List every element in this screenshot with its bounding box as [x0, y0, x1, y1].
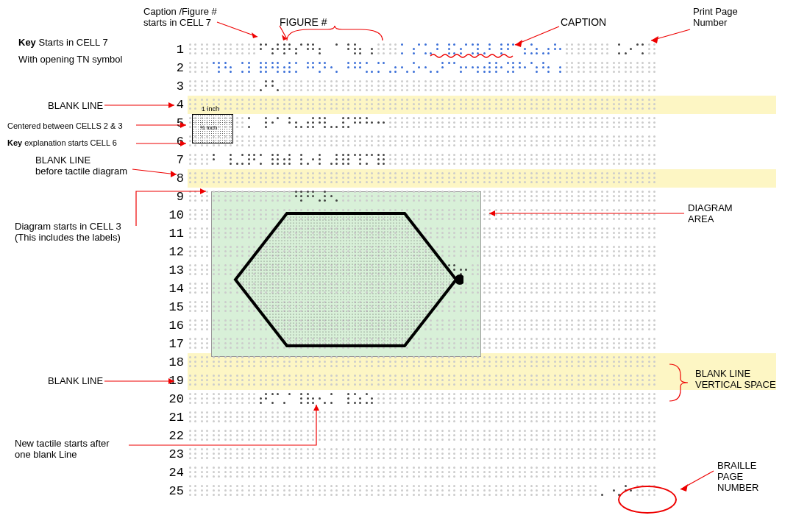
row-number: 1: [162, 43, 184, 57]
svg-marker-10: [171, 171, 177, 177]
svg-marker-1: [235, 213, 456, 346]
arrow-figure-num: [269, 26, 291, 44]
arrow-braille-page: [677, 471, 717, 493]
red-squiggle: [430, 53, 519, 59]
grid-row-3: 3: [188, 77, 666, 96]
grid-row-8: 8: [188, 169, 666, 188]
svg-marker-14: [489, 210, 495, 216]
grid-row-2: 2: [188, 59, 666, 77]
row-number: 12: [162, 245, 184, 259]
svg-marker-13: [313, 405, 319, 411]
svg-point-2: [455, 274, 463, 285]
arrow-diagram-starts: [136, 188, 213, 232]
row-number: 18: [162, 355, 184, 369]
diagram-starts-label: Diagram starts in CELL 3 (This includes …: [15, 221, 121, 243]
arrow-diagram-area: [482, 210, 688, 221]
arrow-blank-1: [104, 102, 182, 109]
one-inch-box: 1 inch ½ inch: [192, 114, 233, 143]
brace-figure: [287, 26, 383, 44]
arrow-key-expl: [136, 140, 193, 147]
blank-line-2-label: BLANK LINE: [48, 375, 103, 386]
grid-row-24: 24: [188, 464, 666, 482]
caption-figure-label: Caption /Figure # starts in CELL 7: [143, 6, 217, 28]
braille-page-label: BRAILLE PAGE NUMBER: [717, 460, 758, 493]
row-number: 24: [162, 466, 184, 480]
arrow-blank-before: [132, 166, 184, 180]
svg-marker-15: [680, 484, 688, 492]
grid-row-4: 4: [188, 96, 666, 114]
svg-marker-11: [200, 188, 206, 194]
key-starts-label: Key Starts in CELL 7: [18, 37, 108, 48]
arrow-centered: [136, 119, 193, 130]
print-page-label: Print Page Number: [693, 6, 738, 28]
row-number: 3: [162, 79, 184, 93]
svg-marker-5: [515, 40, 522, 47]
caption-label: CAPTION: [561, 16, 606, 28]
svg-marker-12: [168, 378, 174, 384]
row-number: 13: [162, 263, 184, 277]
row-number: 14: [162, 282, 184, 296]
grid-row-19: 19: [188, 372, 666, 390]
diagram-area-label: DIAGRAM AREA: [688, 202, 733, 224]
arrow-caption-figure: [217, 22, 269, 44]
with-tn-label: With opening TN symbol: [18, 54, 122, 65]
centered-label: Centered between CELLS 2 & 3: [7, 121, 123, 130]
row-number: 16: [162, 319, 184, 333]
arrow-print-page: [647, 29, 692, 44]
grid-row-25: 25: [188, 482, 666, 500]
row-number: 17: [162, 337, 184, 351]
svg-marker-9: [180, 141, 186, 146]
arrow-blank-2: [104, 377, 182, 385]
blank-before-label: BLANK LINE before tactile diagram: [35, 155, 127, 177]
svg-marker-8: [180, 122, 186, 128]
one-inch-dim: 1 inch: [202, 106, 219, 113]
grid-row-7: 7: [188, 151, 666, 169]
row-number: 25: [162, 484, 184, 498]
row-number: 2: [162, 61, 184, 75]
brace-blank-vert: [669, 364, 692, 401]
blank-vert-label: BLANK LINE VERTICAL SPACE: [695, 368, 776, 390]
svg-marker-3: [252, 32, 257, 38]
row-number: 15: [162, 300, 184, 314]
half-inch-dim: ½ inch: [200, 125, 218, 131]
arrow-caption: [508, 26, 566, 52]
hexagon-shape: [228, 199, 463, 361]
blank-line-1-label: BLANK LINE: [48, 100, 103, 111]
grid-row-6: 6: [188, 132, 666, 151]
svg-marker-7: [168, 102, 174, 108]
key-expl-label: Key explanation starts CELL 6: [7, 138, 117, 147]
braille-page-ellipse: [618, 486, 677, 514]
new-tactile-label: New tactile starts after one blank Line: [15, 438, 110, 460]
arrow-new-tactile: [129, 401, 320, 460]
grid-row-5: 5: [188, 114, 666, 132]
